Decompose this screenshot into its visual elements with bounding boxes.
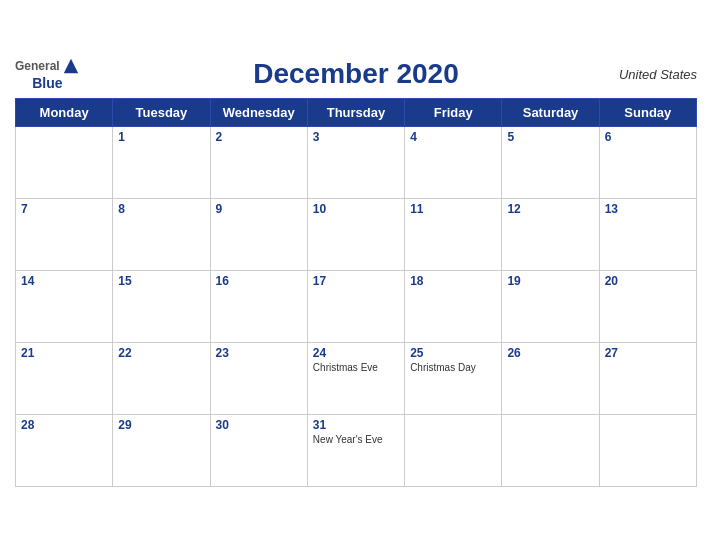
weekday-wednesday: Wednesday <box>210 99 307 127</box>
day-number: 1 <box>118 130 204 144</box>
calendar-cell: 4 <box>405 127 502 199</box>
calendar-cell: 17 <box>307 271 404 343</box>
calendar-cell: 8 <box>113 199 210 271</box>
logo-blue: Blue <box>32 75 62 91</box>
logo-area: General Blue <box>15 57 80 91</box>
day-number: 21 <box>21 346 107 360</box>
day-number: 30 <box>216 418 302 432</box>
calendar-cell: 29 <box>113 415 210 487</box>
calendar-cell: 28 <box>16 415 113 487</box>
calendar-cell: 15 <box>113 271 210 343</box>
calendar-cell: 23 <box>210 343 307 415</box>
day-number: 6 <box>605 130 691 144</box>
calendar-cell: 16 <box>210 271 307 343</box>
calendar-week-row: 78910111213 <box>16 199 697 271</box>
day-number: 20 <box>605 274 691 288</box>
calendar-week-row: 28293031New Year's Eve <box>16 415 697 487</box>
calendar-cell: 21 <box>16 343 113 415</box>
day-number: 27 <box>605 346 691 360</box>
day-number: 12 <box>507 202 593 216</box>
calendar-cell <box>599 415 696 487</box>
calendar-week-row: 14151617181920 <box>16 271 697 343</box>
calendar-cell: 22 <box>113 343 210 415</box>
day-number: 24 <box>313 346 399 360</box>
calendar-cell: 30 <box>210 415 307 487</box>
day-number: 19 <box>507 274 593 288</box>
calendar-cell: 6 <box>599 127 696 199</box>
weekday-friday: Friday <box>405 99 502 127</box>
calendar-cell: 25Christmas Day <box>405 343 502 415</box>
day-number: 16 <box>216 274 302 288</box>
day-number: 18 <box>410 274 496 288</box>
day-number: 15 <box>118 274 204 288</box>
calendar-cell: 26 <box>502 343 599 415</box>
day-number: 29 <box>118 418 204 432</box>
calendar-cell <box>502 415 599 487</box>
calendar-cell: 19 <box>502 271 599 343</box>
day-number: 5 <box>507 130 593 144</box>
day-number: 14 <box>21 274 107 288</box>
weekday-sunday: Sunday <box>599 99 696 127</box>
calendar-cell: 11 <box>405 199 502 271</box>
day-number: 10 <box>313 202 399 216</box>
day-number: 9 <box>216 202 302 216</box>
calendar-cell: 2 <box>210 127 307 199</box>
holiday-label: Christmas Day <box>410 362 496 373</box>
logo-icon <box>62 57 80 75</box>
day-number: 13 <box>605 202 691 216</box>
day-number: 11 <box>410 202 496 216</box>
calendar-cell: 31New Year's Eve <box>307 415 404 487</box>
calendar-cell: 18 <box>405 271 502 343</box>
weekday-thursday: Thursday <box>307 99 404 127</box>
day-number: 28 <box>21 418 107 432</box>
day-number: 23 <box>216 346 302 360</box>
calendar-cell: 1 <box>113 127 210 199</box>
calendar-cell: 12 <box>502 199 599 271</box>
calendar-cell <box>405 415 502 487</box>
day-number: 7 <box>21 202 107 216</box>
calendar-week-row: 123456 <box>16 127 697 199</box>
calendar-body: 123456789101112131415161718192021222324C… <box>16 127 697 487</box>
calendar-table: Monday Tuesday Wednesday Thursday Friday… <box>15 98 697 487</box>
country-label: United States <box>619 67 697 82</box>
calendar-header: General Blue December 2020 United States <box>15 58 697 90</box>
day-number: 22 <box>118 346 204 360</box>
weekday-monday: Monday <box>16 99 113 127</box>
holiday-label: Christmas Eve <box>313 362 399 373</box>
calendar-cell: 14 <box>16 271 113 343</box>
calendar-cell: 27 <box>599 343 696 415</box>
calendar-cell: 9 <box>210 199 307 271</box>
weekday-tuesday: Tuesday <box>113 99 210 127</box>
day-number: 4 <box>410 130 496 144</box>
logo-general: General <box>15 59 60 73</box>
holiday-label: New Year's Eve <box>313 434 399 445</box>
day-number: 2 <box>216 130 302 144</box>
calendar-cell: 3 <box>307 127 404 199</box>
day-number: 3 <box>313 130 399 144</box>
day-number: 17 <box>313 274 399 288</box>
calendar-cell: 5 <box>502 127 599 199</box>
calendar-wrapper: General Blue December 2020 United States… <box>0 48 712 502</box>
calendar-cell: 7 <box>16 199 113 271</box>
calendar-title: December 2020 <box>253 58 458 90</box>
calendar-week-row: 21222324Christmas Eve25Christmas Day2627 <box>16 343 697 415</box>
calendar-cell: 20 <box>599 271 696 343</box>
svg-marker-0 <box>64 59 78 73</box>
weekday-header-row: Monday Tuesday Wednesday Thursday Friday… <box>16 99 697 127</box>
calendar-cell: 13 <box>599 199 696 271</box>
day-number: 8 <box>118 202 204 216</box>
day-number: 25 <box>410 346 496 360</box>
calendar-cell: 10 <box>307 199 404 271</box>
day-number: 26 <box>507 346 593 360</box>
calendar-cell <box>16 127 113 199</box>
day-number: 31 <box>313 418 399 432</box>
weekday-saturday: Saturday <box>502 99 599 127</box>
calendar-cell: 24Christmas Eve <box>307 343 404 415</box>
